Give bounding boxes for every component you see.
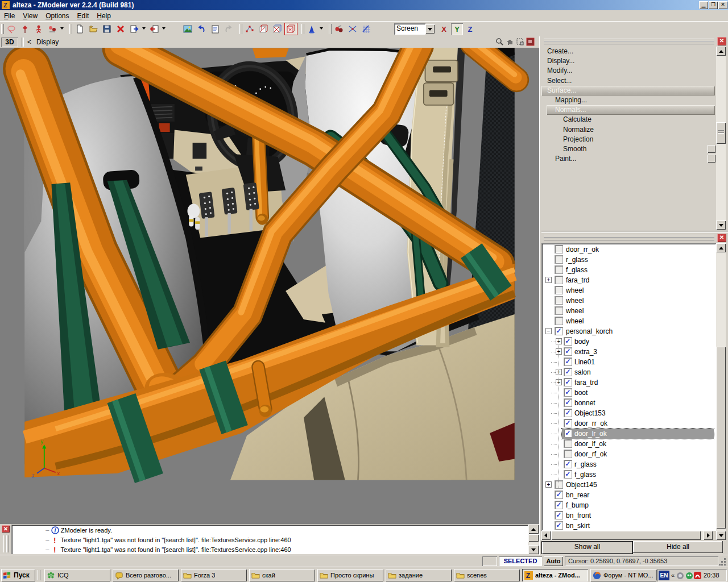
tree-row-bn_skirt[interactable]: ✓bn_skirt [541, 521, 715, 531]
visibility-checkbox[interactable] [555, 266, 562, 273]
axis-y-button[interactable]: Y [451, 23, 463, 35]
zoom-icon[interactable] [495, 38, 504, 47]
status-auto[interactable]: Auto [544, 556, 563, 566]
sel-multi-button[interactable] [46, 23, 59, 35]
visibility-checkbox[interactable]: ✓ [564, 460, 572, 468]
delete-button[interactable] [114, 23, 127, 35]
visibility-checkbox[interactable]: ✓ [564, 379, 572, 386]
task--[interactable]: Просто скрины [317, 569, 383, 581]
tree-row-personal_korch[interactable]: −✓personal_korch [541, 326, 715, 336]
vertices-button[interactable] [243, 23, 257, 35]
command-modify[interactable]: Modify... [547, 66, 572, 76]
visibility-checkbox[interactable]: ✓ [564, 389, 572, 396]
object-tree[interactable]: door_rr_okr_glassf_glass+fara_trdwheelwh… [541, 243, 716, 531]
maximize-view-icon[interactable] [526, 38, 535, 47]
menu-view[interactable]: View [19, 11, 42, 21]
camera-tray-icon[interactable] [676, 571, 685, 580]
sel-pin-button[interactable] [19, 23, 32, 35]
open-button[interactable] [87, 23, 100, 35]
axis-z-button[interactable]: Z [464, 23, 476, 35]
visibility-checkbox[interactable] [555, 256, 562, 263]
material-sphere-button[interactable] [168, 23, 181, 35]
tree-row-boot[interactable]: ✓boot [541, 388, 715, 398]
tree-scroll-left[interactable] [541, 531, 551, 540]
tree-row-bonnet[interactable]: ✓bonnet [541, 398, 715, 408]
menu-help[interactable]: Help [93, 11, 115, 21]
texture-image-button[interactable] [181, 23, 195, 35]
sel-lasso-button[interactable] [5, 23, 18, 35]
dropdown-arrow[interactable] [60, 27, 64, 30]
visibility-checkbox[interactable]: ✓ [555, 522, 562, 529]
visibility-checkbox[interactable] [555, 246, 562, 253]
visibility-checkbox[interactable]: ✓ [555, 501, 562, 509]
tree-scroll-up[interactable] [716, 243, 726, 252]
visibility-checkbox[interactable] [564, 440, 572, 447]
visibility-checkbox[interactable]: ✓ [555, 491, 562, 498]
tree-row-door_rf_ok[interactable]: door_rf_ok [541, 449, 715, 459]
expand-icon[interactable]: + [545, 277, 552, 283]
close-button[interactable]: ✕ [718, 1, 727, 9]
scroll-thumb[interactable] [716, 122, 726, 144]
command-projection[interactable]: Projection [563, 135, 593, 144]
visibility-checkbox[interactable] [555, 276, 562, 284]
visibility-checkbox[interactable] [555, 307, 562, 314]
title-bar[interactable]: Z alteza - ZModeler ver 2.2.4 (Build 981… [0, 0, 728, 10]
region-icon[interactable] [516, 38, 525, 47]
visibility-checkbox[interactable]: ✓ [564, 348, 572, 355]
command-smooth[interactable]: Smooth [563, 144, 586, 154]
visibility-checkbox[interactable]: ✓ [564, 358, 572, 365]
visibility-checkbox[interactable]: ✓ [564, 338, 572, 345]
command-normalize[interactable]: Normalize [563, 125, 594, 135]
tree-row-door_rr_ok[interactable]: ✓door_rr_ok [541, 418, 715, 429]
visibility-checkbox[interactable] [564, 450, 572, 458]
task--[interactable]: Всего разгово... [113, 569, 179, 581]
task--[interactable]: скай [249, 569, 315, 581]
tree-row-f_glass[interactable]: f_glass [541, 265, 715, 275]
tree-row-fara_trd[interactable]: +✓fara_trd [541, 377, 715, 388]
scroll-down-button[interactable] [716, 221, 726, 230]
visibility-checkbox[interactable]: ✓ [555, 327, 562, 335]
log-scroll-down[interactable] [528, 545, 539, 554]
command-create[interactable]: Create... [547, 47, 573, 56]
command-option-button[interactable] [708, 155, 715, 163]
spray-button[interactable] [305, 23, 318, 35]
command-surface[interactable]: Surface... [547, 86, 576, 95]
tree-row-wheel[interactable]: wheel [541, 296, 715, 306]
log-grip[interactable] [6, 535, 9, 552]
tree-row-bn_rear[interactable]: ✓bn_rear [541, 490, 715, 500]
sel-figure-button[interactable] [32, 23, 46, 35]
command-option-button[interactable] [708, 145, 715, 153]
export-button[interactable] [128, 23, 141, 35]
task--[interactable]: задание [386, 569, 452, 581]
tree-row-body[interactable]: +✓body [541, 336, 715, 347]
tree-row-door_lr_ok[interactable]: ✓door_lr_ok [541, 429, 715, 439]
panel-grip[interactable] [544, 41, 714, 44]
screen-combo[interactable]: Screen [394, 23, 425, 35]
tree-row-f_bump[interactable]: ✓f_bump [541, 500, 715, 510]
menu-options[interactable]: Options [42, 11, 73, 21]
dropdown-arrow[interactable] [320, 27, 323, 30]
task-scenes[interactable]: scenes [454, 569, 520, 581]
close-log-button[interactable]: ✕ [2, 525, 10, 533]
visibility-checkbox[interactable] [555, 297, 562, 304]
task-icq[interactable]: ICQ [44, 569, 110, 581]
tree-hscroll-thumb[interactable] [551, 531, 701, 540]
tree-row-fara_trd[interactable]: +fara_trd [541, 275, 715, 285]
poly-box2-button[interactable] [271, 23, 284, 35]
task-forza-3[interactable]: Forza 3 [181, 569, 247, 581]
grid-snap-button[interactable] [360, 23, 373, 35]
close-tree-panel-button[interactable]: ✕ [717, 234, 726, 242]
tree-row-Line01[interactable]: ✓Line01 [541, 357, 715, 367]
import-button[interactable] [148, 23, 161, 35]
command-normals[interactable]: Normals... [555, 105, 586, 115]
tree-scroll-right[interactable] [704, 531, 713, 540]
command-calculate[interactable]: Calculate [563, 115, 592, 124]
avira-tray-icon[interactable] [693, 571, 702, 580]
view-mode-label[interactable]: Display [36, 38, 59, 46]
redo-button[interactable] [222, 23, 235, 35]
tree-scroll-down[interactable] [716, 531, 726, 540]
tab-3d[interactable]: 3D [1, 38, 18, 47]
tree-row-Object145[interactable]: +Object145 [541, 480, 715, 490]
agent-tray-icon[interactable] [685, 571, 693, 580]
undo-button[interactable] [195, 23, 208, 35]
